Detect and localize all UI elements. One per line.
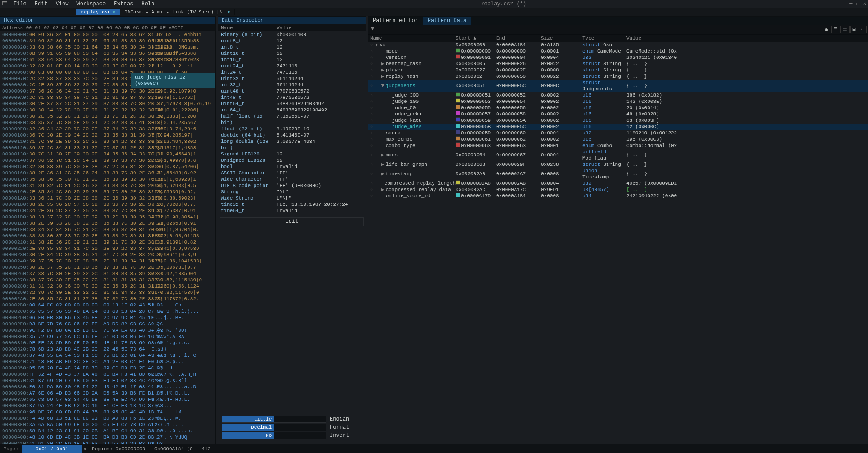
pattern-row[interactable]: ☆judge_1000x000000530x000000540x0002u161… bbox=[368, 98, 868, 105]
pattern-row[interactable]: ☆▶player0x000000270x0000002E0x0008struct… bbox=[368, 67, 868, 73]
hex-row[interactable]: 00000310:DF EF 23 5D B9 CE 50 E9 4E 41 7… bbox=[2, 340, 214, 346]
favorite-icon[interactable]: ☆ bbox=[370, 124, 375, 130]
hex-row[interactable]: 00000050:32 82 01 8E 00 14 00 30 00 3F 0… bbox=[2, 63, 214, 69]
col-end[interactable]: End bbox=[496, 36, 541, 41]
view-tree-icon[interactable]: ⊞ bbox=[823, 26, 830, 33]
pattern-row[interactable]: ☆▶compressed_replay_data0x000002AC0x0000… bbox=[368, 187, 868, 193]
toggle-endian[interactable]: LittleEndian bbox=[222, 416, 362, 423]
tab-pattern-editor[interactable]: Pattern editor bbox=[368, 17, 423, 25]
hex-row[interactable]: 000000C0:30 30 34 32 7C 30 2E 38 31 2C 3… bbox=[2, 107, 214, 113]
pattern-row[interactable]: ☆score0x0000005D0x000000600x0004u3211802… bbox=[368, 130, 868, 136]
toggle-invert[interactable]: NoInvert bbox=[222, 432, 362, 439]
hex-row[interactable]: 000001E0:38 2E 39 33 2C 38 32 36 35 38 7… bbox=[2, 220, 214, 226]
minimize-icon[interactable]: ─ bbox=[849, 0, 852, 7]
hex-row[interactable]: 00000090:37 36 2C 36 34 32 31 7C 31 38 3… bbox=[2, 88, 214, 94]
hex-row[interactable]: 00000260:37 33 7C 30 2E 39 32 2C 31 30 3… bbox=[2, 271, 214, 277]
hex-row[interactable]: 000000A0:2C 31 33 35 34 38 7C 31 2C 31 3… bbox=[2, 94, 214, 101]
hex-row[interactable]: 00000280:31 31 32 30 36 30 7C 30 2E 36 3… bbox=[2, 283, 214, 289]
hex-row[interactable]: 000001A0:33 36 31 7C 30 2E 38 38 2C 36 3… bbox=[2, 195, 214, 201]
hex-row[interactable]: 00000030:0B 39 31 65 39 08 33 64 66 35 3… bbox=[2, 50, 214, 57]
favorite-icon[interactable]: ☆ bbox=[370, 111, 375, 117]
favorite-icon[interactable]: ☆ bbox=[370, 83, 375, 89]
hex-row[interactable]: 00000190:2E 35 34 2C 36 35 39 33 39 7C 3… bbox=[2, 189, 214, 195]
hex-row[interactable]: 00000360:FF 32 4F 4D 43 37 DA 48 8C BA F… bbox=[2, 371, 214, 378]
hex-row[interactable]: 000001D0:38 33 37 32 7C 30 2E 39 38 2C 3… bbox=[2, 214, 214, 220]
favorite-icon[interactable]: ☆ bbox=[370, 193, 375, 199]
hex-row[interactable]: 00000140:37 36 32 7C 31 2C 34 39 39 37 3… bbox=[2, 157, 214, 164]
hex-row[interactable]: 000002B0:00 64 FC 02 00 00 00 00 00 18 1… bbox=[2, 302, 214, 308]
pattern-row[interactable]: ☆judge_geki0x000000570x000000580x0002u16… bbox=[368, 111, 868, 117]
pattern-row[interactable]: ☆▼wu0x000000000x0000A1840xA185struct Osu bbox=[368, 42, 868, 48]
edit-button[interactable]: Edit bbox=[220, 217, 364, 226]
expand-icon[interactable]: ▼ bbox=[381, 83, 386, 89]
hex-row[interactable]: 000000E0:38 35 37 7C 30 2E 39 34 2C 32 3… bbox=[2, 120, 214, 126]
page-updown-icon[interactable]: ⇅ bbox=[82, 446, 89, 452]
view-expand-icon[interactable]: ↔ bbox=[859, 26, 867, 33]
col-type[interactable]: Type bbox=[582, 36, 626, 41]
hex-row[interactable]: 000002C0:65 C5 57 56 53 48 DA 04 08 60 1… bbox=[2, 308, 214, 315]
hex-row[interactable]: 00000110:31 7C 30 2E 39 32 2C 25 39 34 2… bbox=[2, 138, 214, 145]
expand-icon[interactable]: ▶ bbox=[381, 67, 386, 73]
expand-icon[interactable]: ▶ bbox=[381, 61, 386, 67]
col-name[interactable]: Name bbox=[370, 36, 456, 41]
hex-row[interactable]: 00000160:38 2E 36 31 2C 35 36 34 38 33 7… bbox=[2, 170, 214, 176]
hex-row[interactable]: 00000300:35 72 C9 77 2A CC 66 6E 51 0D 0… bbox=[2, 333, 214, 340]
hex-row[interactable]: 00000200:38 38 30 37 33 7C 30 2E 39 38 2… bbox=[2, 233, 214, 239]
hex-row[interactable]: 000003D0:F4 4D 68 13 51 CE 8C 23 BD A0 8… bbox=[2, 415, 214, 422]
hex-row[interactable]: 00000400:48 10 CD ED 4C 3B 1E CC BA DB B… bbox=[2, 434, 214, 440]
expand-icon[interactable]: ▶ bbox=[381, 187, 386, 193]
hex-row[interactable]: 00000150:32 30 33 39 7C 30 2E 38 37 2C 3… bbox=[2, 164, 214, 170]
view-list-icon[interactable]: ≡ bbox=[831, 26, 839, 33]
hex-row[interactable]: 00000220:2E 39 35 38 34 31 7C 30 2E 39 2… bbox=[2, 245, 214, 252]
hex-row[interactable]: 000003A0:65 C8 D9 57 03 34 46 98 3E 4E E… bbox=[2, 396, 214, 403]
hex-row[interactable]: 000002A0:2E 30 35 2C 31 31 37 38 37 32 7… bbox=[2, 296, 214, 302]
pattern-row[interactable]: ☆judge_katu0x000000590x0000005A0x0002u16… bbox=[368, 117, 868, 124]
col-value[interactable]: Value bbox=[626, 36, 866, 41]
hex-body[interactable]: u16 judge_miss 12 (0x000C) 00000000:00 F… bbox=[0, 31, 215, 444]
hex-row[interactable]: 000001B0:38 2E 35 36 2C 37 36 32 30 36 7… bbox=[2, 201, 214, 208]
pattern-row[interactable]: ☆compressed_replay_length0x000002A80x000… bbox=[368, 180, 868, 187]
file-tab[interactable]: replay.osr● bbox=[76, 9, 120, 15]
hex-row[interactable]: 000001F0:38 34 37 34 36 7C 31 2C 38 36 3… bbox=[2, 226, 214, 233]
hex-row[interactable]: 00000130:30 7C 31 30 2E 39 30 2E 34 35 3… bbox=[2, 151, 214, 157]
favorite-icon[interactable]: ☆ bbox=[370, 98, 375, 105]
pattern-row[interactable]: ☆▶beatmap_hash0x000000050x000000260x0022… bbox=[368, 61, 868, 67]
favorite-icon[interactable]: ☆ bbox=[370, 42, 375, 48]
close-icon[interactable]: ✕ bbox=[863, 0, 866, 7]
hex-row[interactable]: 000003C0:96 DE 7C C0 CD CD 44 75 88 95 8… bbox=[2, 409, 214, 415]
menu-workspace[interactable]: Workspace bbox=[73, 1, 109, 7]
favorite-icon[interactable]: ☆ bbox=[370, 152, 375, 158]
favorite-icon[interactable]: ☆ bbox=[370, 48, 375, 54]
favorite-icon[interactable]: ☆ bbox=[370, 161, 375, 168]
hex-row[interactable]: 000001C0:34 2E 36 2C 37 37 35 33 33 37 7… bbox=[2, 208, 214, 214]
hex-row[interactable]: 000002F0:9C F2 D7 B8 0A B5 D3 8C 7E 9A E… bbox=[2, 327, 214, 333]
menu-help[interactable]: Help bbox=[138, 1, 158, 7]
hex-row[interactable]: 00000380:E0 81 DA B9 30 48 D4 27 40 42 E… bbox=[2, 384, 214, 390]
hex-row[interactable]: 00000240:39 37 35 7C 30 2E 38 36 2C 31 3… bbox=[2, 258, 214, 264]
favorite-icon[interactable]: ☆ bbox=[370, 136, 375, 142]
hex-row[interactable]: 000002D0:06 E0 0B 30 B6 63 45 8E 2C 97 9… bbox=[2, 315, 214, 321]
hex-row[interactable]: 000003F0:58 B4 12 23 81 91 30 0B A1 BE C… bbox=[2, 428, 214, 434]
hex-row[interactable]: 00000180:31 39 32 7C 31 2C 36 32 39 38 3… bbox=[2, 182, 214, 189]
favorite-icon[interactable]: ☆ bbox=[370, 187, 375, 193]
hex-row[interactable]: 00000250:30 2E 37 35 2C 31 30 36 37 33 3… bbox=[2, 264, 214, 271]
favorite-icon[interactable]: ☆ bbox=[370, 61, 375, 67]
pattern-row[interactable]: ☆▶mods0x000000640x000000670x0004bitfield… bbox=[368, 149, 868, 161]
pattern-row[interactable]: ☆▶replay_hash0x0000002F0x000000500x0022s… bbox=[368, 73, 868, 80]
hex-row[interactable]: 000000B0:30 2E 37 37 2C 31 37 39 37 38 3… bbox=[2, 101, 214, 107]
pattern-row[interactable]: ☆judge_miss0x0000005B0x0000005C0x0002u16… bbox=[368, 124, 868, 130]
expand-icon[interactable]: ▶ bbox=[381, 152, 386, 158]
hex-row[interactable]: 00000350:D5 B5 20 E4 4C 24 D8 70 89 CC D… bbox=[2, 365, 214, 371]
expand-icon[interactable]: ▶ bbox=[381, 161, 386, 168]
hex-row[interactable]: 00000340:71 13 FB AB 0D 3C 3E 3C A4 2E 0… bbox=[2, 359, 214, 365]
hex-row[interactable]: 000002E0:D3 BE 7D 76 CC C6 82 BE AD DC 8… bbox=[2, 321, 214, 327]
filter-icon[interactable]: ▼ bbox=[369, 26, 376, 33]
hex-row[interactable]: 00000230:30 2E 34 2C 39 38 36 31 31 7C 3… bbox=[2, 252, 214, 258]
pattern-row[interactable]: ☆online_score_id0x0000A17D0x0000A1840x00… bbox=[368, 193, 868, 199]
hex-row[interactable]: 00000010:34 66 32 36 31 61 32 36 66 31 3… bbox=[2, 38, 214, 44]
menu-view[interactable]: View bbox=[52, 1, 72, 7]
hex-row[interactable]: 000003B0:B7 9A 24 4F FB 92 8C 16 F1 CE E… bbox=[2, 403, 214, 409]
menu-file[interactable]: File bbox=[10, 1, 30, 7]
hex-row[interactable]: 00000120:39 37 2C 34 31 33 31 37 7C 37 3… bbox=[2, 145, 214, 151]
favorite-icon[interactable]: ☆ bbox=[370, 180, 375, 187]
